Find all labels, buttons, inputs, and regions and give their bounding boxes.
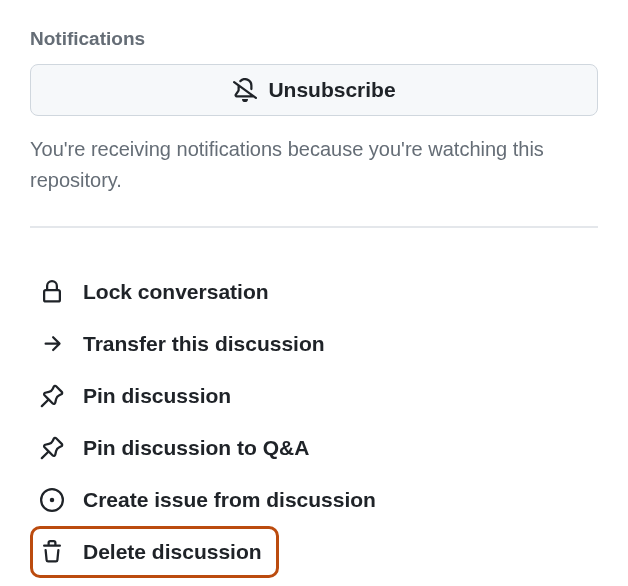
bell-slash-icon bbox=[232, 77, 258, 103]
transfer-discussion-action[interactable]: Transfer this discussion bbox=[30, 318, 598, 370]
pin-discussion-label: Pin discussion bbox=[83, 384, 231, 408]
pin-discussion-qa-label: Pin discussion to Q&A bbox=[83, 436, 309, 460]
pin-discussion-action[interactable]: Pin discussion bbox=[30, 370, 598, 422]
pin-icon bbox=[39, 435, 65, 461]
unsubscribe-button[interactable]: Unsubscribe bbox=[30, 64, 598, 116]
arrow-right-icon bbox=[39, 331, 65, 357]
notifications-description: You're receiving notifications because y… bbox=[30, 134, 598, 196]
notifications-heading: Notifications bbox=[30, 28, 598, 50]
create-issue-label: Create issue from discussion bbox=[83, 488, 376, 512]
action-list: Lock conversation Transfer this discussi… bbox=[30, 266, 598, 578]
pin-discussion-qa-action[interactable]: Pin discussion to Q&A bbox=[30, 422, 598, 474]
create-issue-action[interactable]: Create issue from discussion bbox=[30, 474, 598, 526]
issue-opened-icon bbox=[39, 487, 65, 513]
notifications-section: Notifications Unsubscribe You're receivi… bbox=[30, 28, 598, 196]
delete-discussion-label: Delete discussion bbox=[83, 540, 262, 564]
trash-icon bbox=[39, 539, 65, 565]
divider bbox=[30, 226, 598, 228]
lock-conversation-action[interactable]: Lock conversation bbox=[30, 266, 598, 318]
lock-icon bbox=[39, 279, 65, 305]
lock-conversation-label: Lock conversation bbox=[83, 280, 269, 304]
unsubscribe-label: Unsubscribe bbox=[268, 78, 395, 102]
delete-discussion-action[interactable]: Delete discussion bbox=[30, 526, 279, 578]
transfer-discussion-label: Transfer this discussion bbox=[83, 332, 325, 356]
pin-icon bbox=[39, 383, 65, 409]
